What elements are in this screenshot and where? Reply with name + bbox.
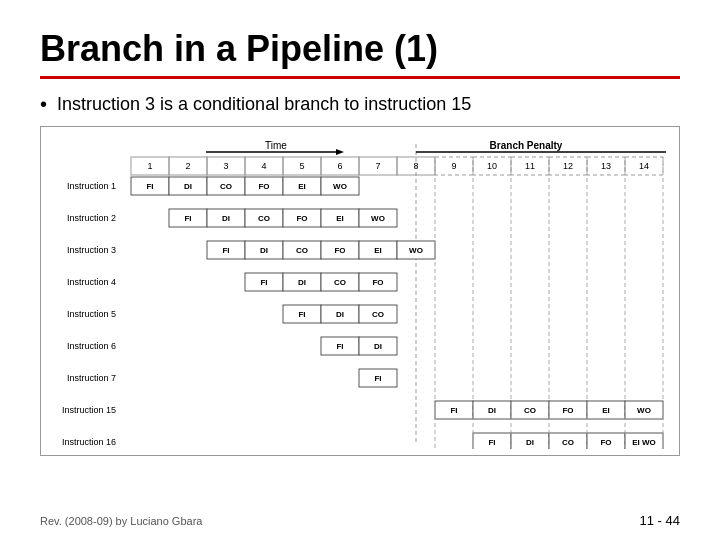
svg-text:DI: DI — [184, 182, 192, 191]
svg-text:DI: DI — [374, 342, 382, 351]
svg-text:CO: CO — [296, 246, 308, 255]
svg-text:Branch Penalty: Branch Penalty — [490, 140, 563, 151]
svg-text:WO: WO — [333, 182, 347, 191]
svg-text:8: 8 — [413, 161, 418, 171]
svg-text:9: 9 — [451, 161, 456, 171]
svg-text:FO: FO — [562, 406, 573, 415]
svg-text:DI: DI — [260, 246, 268, 255]
svg-text:Instruction 3: Instruction 3 — [67, 245, 116, 255]
svg-rect-50 — [435, 177, 473, 195]
svg-text:5: 5 — [299, 161, 304, 171]
svg-rect-74 — [131, 241, 169, 259]
svg-rect-51 — [473, 177, 511, 195]
svg-text:EI WO: EI WO — [632, 438, 656, 447]
bullet-text: • Instruction 3 is a conditional branch … — [40, 93, 680, 116]
svg-rect-57 — [131, 209, 169, 227]
svg-text:1: 1 — [147, 161, 152, 171]
svg-text:Instruction 5: Instruction 5 — [67, 309, 116, 319]
svg-text:CO: CO — [334, 278, 346, 287]
svg-text:WO: WO — [371, 214, 385, 223]
svg-text:Time: Time — [265, 140, 287, 151]
title-underline — [40, 76, 680, 79]
svg-text:11: 11 — [525, 161, 535, 171]
svg-rect-54 — [587, 177, 625, 195]
svg-text:Instruction 4: Instruction 4 — [67, 277, 116, 287]
svg-text:FI: FI — [222, 246, 229, 255]
svg-text:10: 10 — [487, 161, 497, 171]
revision-text: Rev. (2008-09) by Luciano Gbara — [40, 515, 202, 527]
svg-text:CO: CO — [562, 438, 574, 447]
footer: Rev. (2008-09) by Luciano Gbara 11 - 44 — [40, 513, 680, 528]
slide: Branch in a Pipeline (1) • Instruction 3… — [0, 0, 720, 540]
svg-rect-48 — [359, 177, 397, 195]
svg-marker-2 — [336, 149, 344, 155]
svg-text:FO: FO — [372, 278, 383, 287]
svg-text:FI: FI — [184, 214, 191, 223]
svg-text:EI: EI — [336, 214, 344, 223]
svg-text:DI: DI — [336, 310, 344, 319]
svg-text:FO: FO — [600, 438, 611, 447]
pipeline-diagram: Time Branch Penalty 1 2 3 4 — [40, 126, 680, 456]
svg-rect-53 — [549, 177, 587, 195]
svg-text:FI: FI — [146, 182, 153, 191]
pipeline-svg: Time Branch Penalty 1 2 3 4 — [46, 139, 676, 449]
svg-text:6: 6 — [337, 161, 342, 171]
svg-text:CO: CO — [220, 182, 232, 191]
svg-text:EI: EI — [298, 182, 306, 191]
svg-text:FI: FI — [298, 310, 305, 319]
svg-rect-55 — [625, 177, 663, 195]
svg-text:14: 14 — [639, 161, 649, 171]
svg-text:FO: FO — [258, 182, 269, 191]
svg-rect-75 — [169, 241, 207, 259]
svg-text:DI: DI — [488, 406, 496, 415]
svg-text:EI: EI — [374, 246, 382, 255]
svg-text:CO: CO — [372, 310, 384, 319]
svg-text:DI: DI — [222, 214, 230, 223]
svg-text:12: 12 — [563, 161, 573, 171]
svg-text:Instruction 15: Instruction 15 — [62, 405, 116, 415]
svg-text:FO: FO — [334, 246, 345, 255]
svg-text:FI: FI — [374, 374, 381, 383]
bullet-dot: • — [40, 93, 47, 116]
svg-text:WO: WO — [409, 246, 423, 255]
svg-rect-71 — [435, 209, 473, 227]
svg-text:13: 13 — [601, 161, 611, 171]
svg-text:FI: FI — [336, 342, 343, 351]
svg-rect-72 — [473, 209, 511, 227]
svg-rect-52 — [511, 177, 549, 195]
svg-text:Instruction 6: Instruction 6 — [67, 341, 116, 351]
svg-text:DI: DI — [298, 278, 306, 287]
svg-text:WO: WO — [637, 406, 651, 415]
svg-text:DI: DI — [526, 438, 534, 447]
svg-text:Instruction 2: Instruction 2 — [67, 213, 116, 223]
svg-rect-6 — [46, 157, 131, 175]
svg-text:3: 3 — [223, 161, 228, 171]
svg-text:FO: FO — [296, 214, 307, 223]
svg-text:CO: CO — [258, 214, 270, 223]
slide-number: 11 - 44 — [640, 513, 680, 528]
svg-text:EI: EI — [602, 406, 610, 415]
svg-text:CO: CO — [524, 406, 536, 415]
svg-text:2: 2 — [185, 161, 190, 171]
svg-text:Instruction 1: Instruction 1 — [67, 181, 116, 191]
svg-text:FI: FI — [260, 278, 267, 287]
svg-text:FI: FI — [450, 406, 457, 415]
svg-text:Instruction 16: Instruction 16 — [62, 437, 116, 447]
svg-text:Instruction 7: Instruction 7 — [67, 373, 116, 383]
svg-text:7: 7 — [375, 161, 380, 171]
slide-title: Branch in a Pipeline (1) — [40, 28, 680, 70]
svg-text:4: 4 — [261, 161, 266, 171]
svg-text:FI: FI — [488, 438, 495, 447]
